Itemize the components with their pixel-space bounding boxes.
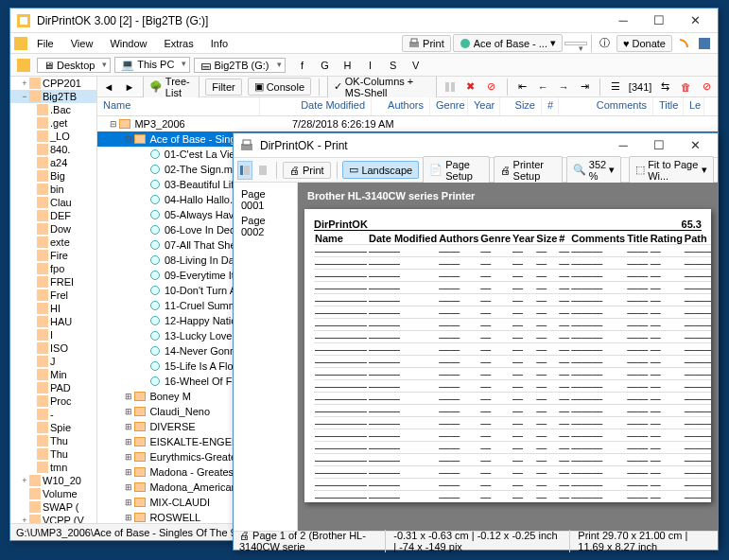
printersetup-button[interactable]: 🖨 Printer Setup xyxy=(494,156,563,184)
tree-item[interactable]: Min xyxy=(10,368,96,381)
col-len[interactable]: Le xyxy=(684,97,704,115)
tree-item[interactable]: bin xyxy=(10,183,96,196)
char-v-icon[interactable]: V xyxy=(407,56,425,75)
tree-item[interactable]: SWAP ( xyxy=(10,500,96,514)
page-item[interactable]: Page 0001 xyxy=(237,186,293,213)
col-year[interactable]: Year xyxy=(468,97,500,115)
landscape-button[interactable]: ▭ Landscape xyxy=(342,161,419,179)
tree-item[interactable]: tmn xyxy=(10,461,96,474)
tree-item[interactable]: Spie xyxy=(10,421,96,434)
print-close-button[interactable]: ✕ xyxy=(678,136,712,155)
page-list-toggle[interactable] xyxy=(237,161,252,180)
desktop-combo[interactable]: 🖥 Desktop xyxy=(37,58,111,73)
tree-item[interactable]: Frel xyxy=(10,289,96,302)
col-title[interactable]: Title xyxy=(653,97,684,115)
app-icon-toolbar[interactable] xyxy=(14,56,33,75)
console-button[interactable]: ▣ Console xyxy=(248,78,311,96)
tree-item[interactable]: −Big2TB xyxy=(10,90,96,103)
tree-item[interactable]: Thu xyxy=(10,447,96,461)
tree-item[interactable]: Clau xyxy=(10,196,96,209)
trash-icon[interactable]: 🗑 xyxy=(678,78,693,96)
fit-button[interactable]: ⬚ Fit to Page Wi... ▾ xyxy=(629,156,714,184)
menu-info[interactable]: Info xyxy=(203,36,235,51)
col-modified[interactable]: Date Modified xyxy=(260,97,372,115)
dropdown-1[interactable] xyxy=(564,42,587,45)
maximize-button[interactable]: ☐ xyxy=(642,11,676,30)
char-h-icon[interactable]: H xyxy=(338,56,357,75)
char-f-icon[interactable]: f xyxy=(293,56,312,75)
ace-combo[interactable]: Ace of Base - ... ▾ xyxy=(453,34,563,52)
tree-item[interactable]: I xyxy=(10,328,96,341)
tree-item[interactable]: Thu xyxy=(10,434,96,447)
preview-area[interactable]: Brother HL-3140CW series Printer DirPrin… xyxy=(298,183,718,531)
col-genre[interactable]: Genre xyxy=(430,97,468,115)
move-right-icon[interactable]: → xyxy=(556,78,571,96)
tree-item[interactable]: +W10_20 xyxy=(10,474,96,487)
tree-item[interactable]: .get xyxy=(10,116,96,130)
menu-view[interactable]: View xyxy=(63,36,101,51)
tree-item[interactable]: a24 xyxy=(10,156,96,169)
thispc-combo[interactable]: 💻 This PC xyxy=(114,57,190,73)
col-num[interactable]: # xyxy=(542,97,559,115)
minimize-button[interactable]: ─ xyxy=(606,11,640,30)
char-s-icon[interactable]: S xyxy=(384,56,403,75)
save-icon[interactable] xyxy=(695,34,714,53)
shuffle-icon[interactable]: ⇆ xyxy=(657,78,672,96)
tree-item[interactable]: - xyxy=(10,408,96,421)
page-list[interactable]: Page 0001 Page 0002 xyxy=(234,183,298,531)
close-button[interactable]: ✕ xyxy=(678,11,712,30)
column-header[interactable]: Name Date Modified Authors Genre Year Si… xyxy=(97,97,718,116)
filter-button[interactable]: Filter xyxy=(205,79,241,96)
tree-item[interactable]: 840. xyxy=(10,143,96,156)
print-button[interactable]: Print xyxy=(402,35,451,52)
print-do-button[interactable]: 🖨 Print xyxy=(283,162,331,179)
move-last-icon[interactable]: ⇥ xyxy=(577,78,592,96)
clear-icon[interactable]: ⊘ xyxy=(699,78,714,96)
tree-item[interactable]: HAU xyxy=(10,315,96,328)
col-authors[interactable]: Authors xyxy=(372,97,430,115)
tree-item[interactable]: ISO xyxy=(10,341,96,355)
tree-item[interactable]: Proc xyxy=(10,394,96,408)
move-first-icon[interactable]: ⇤ xyxy=(514,78,529,96)
tree-item[interactable]: Dow xyxy=(10,222,96,236)
move-left-icon[interactable]: ← xyxy=(535,78,550,96)
tree-item[interactable]: +VCPP (V xyxy=(10,514,96,523)
col-size[interactable]: Size xyxy=(500,97,542,115)
feed-icon[interactable] xyxy=(674,34,693,53)
drive-combo[interactable]: 🖴 Big2TB (G:) xyxy=(194,58,285,73)
menu-window[interactable]: Window xyxy=(102,36,154,51)
back-icon[interactable]: ◄ xyxy=(101,78,116,96)
tree-item[interactable]: _LO xyxy=(10,130,96,143)
page-item[interactable]: Page 0002 xyxy=(237,213,293,239)
print-maximize-button[interactable]: ☐ xyxy=(642,136,676,155)
menu-file[interactable]: File xyxy=(29,36,61,51)
tree-item[interactable]: +CPP201 xyxy=(10,77,96,90)
tree-item[interactable]: J xyxy=(10,355,96,368)
tree-item[interactable]: DEF xyxy=(10,209,96,222)
single-page-icon[interactable] xyxy=(256,161,271,180)
forward-icon[interactable]: ► xyxy=(122,78,137,96)
donate-button[interactable]: ♥ Donate xyxy=(616,35,672,52)
tree-item[interactable]: Volume xyxy=(10,487,96,500)
col-delete-icon[interactable]: ✖ xyxy=(463,78,478,96)
tree-item[interactable]: FREI xyxy=(10,275,96,289)
list-icon[interactable]: ☰ xyxy=(608,78,623,96)
col-edit-icon[interactable] xyxy=(443,78,458,96)
tree-item[interactable]: Fire xyxy=(10,249,96,262)
print-minimize-button[interactable]: ─ xyxy=(606,136,640,155)
tree-item[interactable]: .Bac xyxy=(10,103,96,116)
tree-item[interactable]: Big xyxy=(10,169,96,183)
pagesetup-button[interactable]: 📄 Page Setup xyxy=(423,156,489,184)
folder-tree[interactable]: +CPP201−Big2TB.Bac.get_LO840.a24BigbinCl… xyxy=(10,77,97,523)
tree-item[interactable]: HI xyxy=(10,302,96,315)
menu-extras[interactable]: Extras xyxy=(157,36,201,51)
char-i-icon[interactable]: I xyxy=(361,56,380,75)
info-icon[interactable]: ⓘ xyxy=(596,34,615,53)
col-comments[interactable]: Comments xyxy=(559,97,653,115)
tree-item[interactable]: PAD xyxy=(10,381,96,394)
tree-item[interactable]: fpo xyxy=(10,262,96,275)
char-g-icon[interactable]: G xyxy=(316,56,335,75)
zoom-combo[interactable]: 🔍 352 % ▾ xyxy=(566,156,621,184)
col-name[interactable]: Name xyxy=(97,97,260,115)
list-row[interactable]: ⊟MP3_20067/28/2018 6:26:19 AM xyxy=(97,116,718,131)
